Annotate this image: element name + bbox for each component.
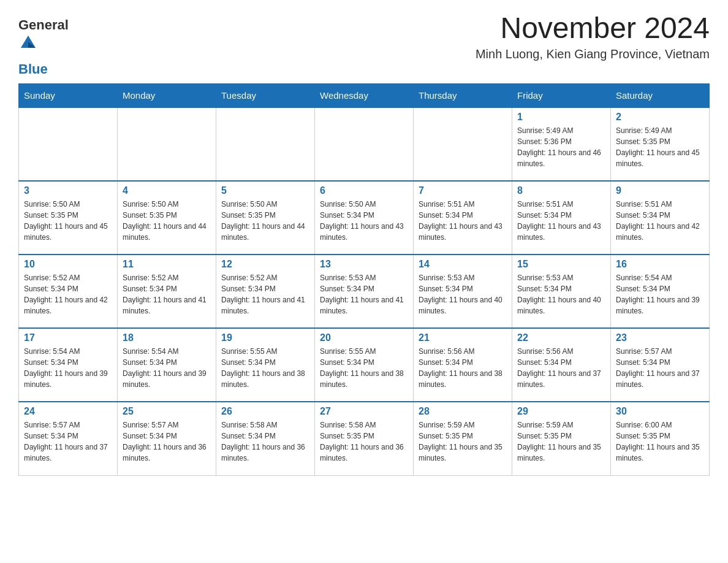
calendar-cell-w4-d0: 24Sunrise: 5:57 AMSunset: 5:34 PMDayligh… xyxy=(19,402,118,475)
day-info-26: Sunrise: 5:58 AMSunset: 5:34 PMDaylight:… xyxy=(221,419,309,464)
day-number-20: 20 xyxy=(320,332,408,343)
calendar-cell-w4-d2: 26Sunrise: 5:58 AMSunset: 5:34 PMDayligh… xyxy=(216,402,315,475)
day-info-7: Sunrise: 5:51 AMSunset: 5:34 PMDaylight:… xyxy=(419,199,507,243)
calendar-cell-w3-d2: 19Sunrise: 5:55 AMSunset: 5:34 PMDayligh… xyxy=(216,328,315,402)
day-info-20: Sunrise: 5:55 AMSunset: 5:34 PMDaylight:… xyxy=(320,346,408,390)
day-number-1: 1 xyxy=(517,112,605,123)
day-number-12: 12 xyxy=(221,259,309,270)
calendar-cell-w2-d5: 15Sunrise: 5:53 AMSunset: 5:34 PMDayligh… xyxy=(512,255,611,328)
calendar-cell-w3-d0: 17Sunrise: 5:54 AMSunset: 5:34 PMDayligh… xyxy=(19,328,118,402)
day-number-7: 7 xyxy=(419,185,507,196)
day-number-25: 25 xyxy=(123,406,211,417)
day-number-13: 13 xyxy=(320,259,408,270)
day-number-17: 17 xyxy=(24,332,112,343)
day-info-18: Sunrise: 5:54 AMSunset: 5:34 PMDaylight:… xyxy=(123,346,211,390)
day-number-16: 16 xyxy=(616,259,704,270)
calendar-header-row: Sunday Monday Tuesday Wednesday Thursday… xyxy=(19,84,710,108)
month-title: November 2024 xyxy=(476,12,710,45)
day-number-19: 19 xyxy=(221,332,309,343)
calendar-cell-w1-d1: 4Sunrise: 5:50 AMSunset: 5:35 PMDaylight… xyxy=(118,181,216,255)
calendar-cell-w4-d5: 29Sunrise: 5:59 AMSunset: 5:35 PMDayligh… xyxy=(512,402,611,475)
calendar-cell-w1-d4: 7Sunrise: 5:51 AMSunset: 5:34 PMDaylight… xyxy=(414,181,512,255)
day-number-10: 10 xyxy=(24,259,112,270)
calendar-cell-w0-d3 xyxy=(315,107,414,181)
day-info-27: Sunrise: 5:58 AMSunset: 5:35 PMDaylight:… xyxy=(320,419,408,464)
day-info-5: Sunrise: 5:50 AMSunset: 5:35 PMDaylight:… xyxy=(221,199,309,243)
day-number-18: 18 xyxy=(123,332,211,343)
calendar: Sunday Monday Tuesday Wednesday Thursday… xyxy=(18,83,710,476)
header-monday: Monday xyxy=(118,84,216,108)
day-number-28: 28 xyxy=(419,406,507,417)
logo: General Blue xyxy=(18,17,69,77)
calendar-cell-w4-d3: 27Sunrise: 5:58 AMSunset: 5:35 PMDayligh… xyxy=(315,402,414,475)
week-row-1: 3Sunrise: 5:50 AMSunset: 5:35 PMDaylight… xyxy=(19,181,710,255)
day-number-15: 15 xyxy=(517,259,605,270)
header-sunday: Sunday xyxy=(19,84,118,108)
calendar-cell-w0-d5: 1Sunrise: 5:49 AMSunset: 5:36 PMDaylight… xyxy=(512,107,611,181)
day-info-14: Sunrise: 5:53 AMSunset: 5:34 PMDaylight:… xyxy=(419,272,507,316)
day-info-4: Sunrise: 5:50 AMSunset: 5:35 PMDaylight:… xyxy=(123,199,211,243)
day-info-3: Sunrise: 5:50 AMSunset: 5:35 PMDaylight:… xyxy=(24,199,112,243)
week-row-2: 10Sunrise: 5:52 AMSunset: 5:34 PMDayligh… xyxy=(19,255,710,328)
day-number-29: 29 xyxy=(517,406,605,417)
logo-general: General xyxy=(18,17,69,33)
header-tuesday: Tuesday xyxy=(216,84,315,108)
logo-blue: Blue xyxy=(18,61,48,77)
week-row-0: 1Sunrise: 5:49 AMSunset: 5:36 PMDaylight… xyxy=(19,107,710,181)
calendar-cell-w2-d3: 13Sunrise: 5:53 AMSunset: 5:34 PMDayligh… xyxy=(315,255,414,328)
week-row-4: 24Sunrise: 5:57 AMSunset: 5:34 PMDayligh… xyxy=(19,402,710,475)
day-info-15: Sunrise: 5:53 AMSunset: 5:34 PMDaylight:… xyxy=(517,272,605,316)
day-number-6: 6 xyxy=(320,185,408,196)
header-saturday: Saturday xyxy=(611,84,710,108)
day-info-22: Sunrise: 5:56 AMSunset: 5:34 PMDaylight:… xyxy=(517,346,605,390)
day-info-2: Sunrise: 5:49 AMSunset: 5:35 PMDaylight:… xyxy=(616,125,704,169)
day-number-4: 4 xyxy=(123,185,211,196)
day-info-11: Sunrise: 5:52 AMSunset: 5:34 PMDaylight:… xyxy=(123,272,211,316)
calendar-cell-w1-d0: 3Sunrise: 5:50 AMSunset: 5:35 PMDaylight… xyxy=(19,181,118,255)
day-info-19: Sunrise: 5:55 AMSunset: 5:34 PMDaylight:… xyxy=(221,346,309,390)
day-number-9: 9 xyxy=(616,185,704,196)
calendar-cell-w0-d2 xyxy=(216,107,315,181)
day-number-14: 14 xyxy=(419,259,507,270)
day-info-13: Sunrise: 5:53 AMSunset: 5:34 PMDaylight:… xyxy=(320,272,408,316)
calendar-cell-w1-d2: 5Sunrise: 5:50 AMSunset: 5:35 PMDaylight… xyxy=(216,181,315,255)
calendar-cell-w2-d6: 16Sunrise: 5:54 AMSunset: 5:34 PMDayligh… xyxy=(611,255,710,328)
location-subtitle: Minh Luong, Kien Giang Province, Vietnam xyxy=(476,47,710,61)
calendar-cell-w4-d6: 30Sunrise: 6:00 AMSunset: 5:35 PMDayligh… xyxy=(611,402,710,475)
day-info-10: Sunrise: 5:52 AMSunset: 5:34 PMDaylight:… xyxy=(24,272,112,316)
day-info-24: Sunrise: 5:57 AMSunset: 5:34 PMDaylight:… xyxy=(24,419,112,464)
header: General Blue November 2024 Minh Luong, K… xyxy=(18,12,710,77)
calendar-cell-w2-d1: 11Sunrise: 5:52 AMSunset: 5:34 PMDayligh… xyxy=(118,255,216,328)
calendar-cell-w2-d4: 14Sunrise: 5:53 AMSunset: 5:34 PMDayligh… xyxy=(414,255,512,328)
day-info-9: Sunrise: 5:51 AMSunset: 5:34 PMDaylight:… xyxy=(616,199,704,243)
day-number-8: 8 xyxy=(517,185,605,196)
day-info-17: Sunrise: 5:54 AMSunset: 5:34 PMDaylight:… xyxy=(24,346,112,390)
calendar-cell-w2-d0: 10Sunrise: 5:52 AMSunset: 5:34 PMDayligh… xyxy=(19,255,118,328)
day-number-27: 27 xyxy=(320,406,408,417)
calendar-cell-w0-d0 xyxy=(19,107,118,181)
day-number-26: 26 xyxy=(221,406,309,417)
calendar-cell-w3-d3: 20Sunrise: 5:55 AMSunset: 5:34 PMDayligh… xyxy=(315,328,414,402)
day-number-22: 22 xyxy=(517,332,605,343)
calendar-cell-w0-d1 xyxy=(118,107,216,181)
title-area: November 2024 Minh Luong, Kien Giang Pro… xyxy=(476,12,710,61)
header-friday: Friday xyxy=(512,84,611,108)
day-number-11: 11 xyxy=(123,259,211,270)
day-info-29: Sunrise: 5:59 AMSunset: 5:35 PMDaylight:… xyxy=(517,419,605,464)
calendar-cell-w4-d1: 25Sunrise: 5:57 AMSunset: 5:34 PMDayligh… xyxy=(118,402,216,475)
day-number-2: 2 xyxy=(616,112,704,123)
day-number-24: 24 xyxy=(24,406,112,417)
calendar-cell-w3-d5: 22Sunrise: 5:56 AMSunset: 5:34 PMDayligh… xyxy=(512,328,611,402)
day-info-25: Sunrise: 5:57 AMSunset: 5:34 PMDaylight:… xyxy=(123,419,211,464)
day-info-16: Sunrise: 5:54 AMSunset: 5:34 PMDaylight:… xyxy=(616,272,704,316)
header-wednesday: Wednesday xyxy=(315,84,414,108)
day-number-5: 5 xyxy=(221,185,309,196)
day-info-1: Sunrise: 5:49 AMSunset: 5:36 PMDaylight:… xyxy=(517,125,605,169)
day-number-21: 21 xyxy=(419,332,507,343)
day-info-28: Sunrise: 5:59 AMSunset: 5:35 PMDaylight:… xyxy=(419,419,507,464)
day-info-6: Sunrise: 5:50 AMSunset: 5:34 PMDaylight:… xyxy=(320,199,408,243)
calendar-cell-w4-d4: 28Sunrise: 5:59 AMSunset: 5:35 PMDayligh… xyxy=(414,402,512,475)
day-info-12: Sunrise: 5:52 AMSunset: 5:34 PMDaylight:… xyxy=(221,272,309,316)
calendar-cell-w1-d3: 6Sunrise: 5:50 AMSunset: 5:34 PMDaylight… xyxy=(315,181,414,255)
calendar-cell-w1-d5: 8Sunrise: 5:51 AMSunset: 5:34 PMDaylight… xyxy=(512,181,611,255)
